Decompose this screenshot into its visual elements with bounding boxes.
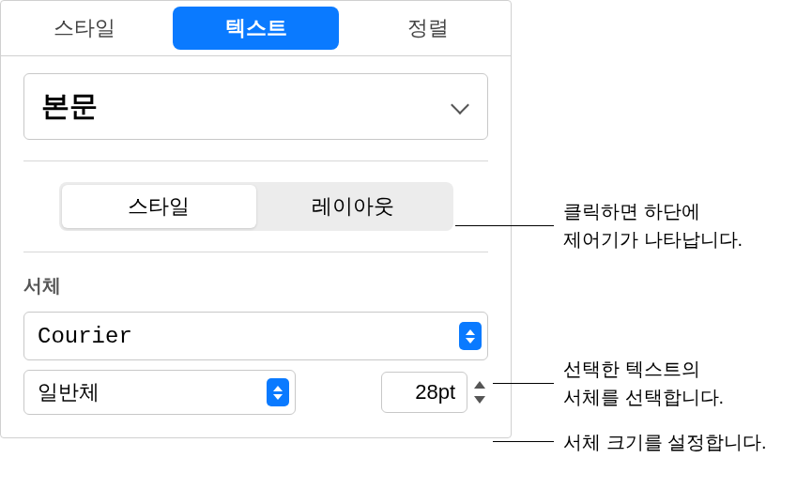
- font-size-stepper: [471, 372, 488, 413]
- inspector-tabs: 스타일 텍스트 정렬: [1, 1, 511, 56]
- tab-align[interactable]: 정렬: [345, 1, 511, 55]
- font-size-input[interactable]: 28pt: [381, 372, 467, 413]
- font-weight-value: 일반체: [38, 378, 100, 406]
- callout-line: [493, 441, 554, 442]
- font-size-control: 28pt: [381, 372, 488, 413]
- font-section-label: 서체: [23, 273, 488, 298]
- divider: [23, 160, 488, 161]
- segment-style[interactable]: 스타일: [62, 185, 256, 228]
- size-step-down[interactable]: [471, 393, 488, 406]
- format-inspector-panel: 스타일 텍스트 정렬 본문 스타일 레이아웃 서체 Courier: [0, 0, 512, 438]
- paragraph-style-dropdown[interactable]: 본문: [23, 73, 488, 140]
- paragraph-style-value: 본문: [41, 87, 98, 126]
- style-layout-segmented: 스타일 레이아웃: [59, 182, 453, 231]
- callout-line: [493, 383, 554, 384]
- callout-line: [455, 225, 554, 226]
- callout-layout: 클릭하면 하단에 제어기가 나타납니다.: [563, 197, 743, 253]
- font-family-dropdown[interactable]: Courier: [23, 312, 488, 360]
- font-family-value: Courier: [38, 324, 132, 349]
- size-step-up[interactable]: [471, 378, 488, 391]
- updown-icon: [459, 322, 482, 350]
- callout-size: 서체 크기를 설정합니다.: [563, 428, 767, 456]
- panel-body: 본문 스타일 레이아웃 서체 Courier 일반체: [1, 56, 511, 437]
- callout-font: 선택한 텍스트의 서체를 선택합니다.: [563, 355, 724, 411]
- updown-icon: [267, 378, 289, 406]
- segment-layout[interactable]: 레이아웃: [256, 185, 451, 228]
- tab-style[interactable]: 스타일: [1, 1, 167, 55]
- tab-text[interactable]: 텍스트: [173, 7, 339, 50]
- chevron-down-icon: [453, 102, 470, 112]
- font-weight-dropdown[interactable]: 일반체: [23, 370, 296, 415]
- divider: [23, 252, 488, 252]
